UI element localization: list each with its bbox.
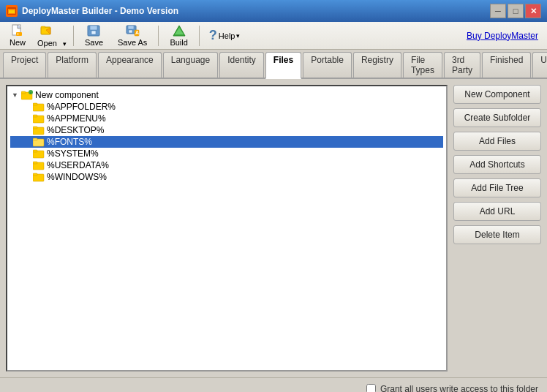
root-folder-icon [21,90,33,100]
title-bar: DeployMaster Builder - Demo Version ─ □ … [0,0,547,22]
tab-appearance[interactable]: Appearance [98,52,162,78]
help-icon: ? [209,28,217,43]
svg-rect-37 [33,173,37,176]
item-label-6: %WINDOWS% [47,172,107,182]
write-access-text: Grant all users write access to this fol… [380,384,538,393]
folder-icon-3 [33,137,45,147]
save-as-button[interactable]: A Save As [111,22,154,49]
title-bar-controls: ─ □ ✕ [490,4,541,18]
item-label-3: %FONTS% [47,137,92,147]
tab-bar: Project Platform Appearance Language Ide… [0,50,547,79]
buy-link[interactable]: Buy DeployMaster [467,31,544,41]
tab-language[interactable]: Language [163,52,218,78]
open-label: Open [37,39,57,48]
add-file-tree-button[interactable]: Add File Tree [453,178,541,197]
toolbar-separator-3 [199,26,200,46]
maximize-button[interactable]: □ [508,4,524,18]
close-button[interactable]: ✕ [525,4,541,18]
svg-rect-12 [91,31,96,34]
window-title: DeployMaster Builder - Demo Version [22,6,178,16]
build-icon [172,24,186,37]
tree-item-1[interactable]: %APPMENU% [10,113,443,124]
save-button[interactable]: Save [78,22,110,49]
add-url-button[interactable]: Add URL [453,202,541,221]
tree-root[interactable]: ▼ New component [10,89,443,101]
tab-update[interactable]: Update [532,52,547,78]
open-dropdown: Open ▾ [34,21,69,50]
help-button[interactable]: ? Help ▾ [204,26,246,45]
save-label: Save [85,38,103,47]
tree-item-4[interactable]: %SYSTEM% [10,148,443,159]
tree-item-0[interactable]: %APPFOLDER% [10,101,443,113]
svg-rect-25 [33,103,37,105]
tree-item-6[interactable]: %WINDOWS% [10,171,443,183]
tab-platform[interactable]: Platform [48,52,97,78]
delete-item-button[interactable]: Delete Item [453,225,541,244]
svg-text:+: + [17,31,19,36]
svg-rect-8 [41,26,45,28]
main-content: ▼ New component %APPFOLDER% [0,79,547,377]
folder-icon-1 [33,113,45,124]
svg-rect-27 [33,115,37,117]
build-label: Build [170,38,187,47]
footer-area: Grant all users write access to this fol… [0,377,547,392]
folder-icon-5 [33,160,45,170]
expand-icon: ▼ [12,91,19,99]
tab-finished[interactable]: Finished [482,52,531,78]
create-subfolder-button[interactable]: Create Subfolder [453,108,541,127]
svg-rect-2 [9,10,15,13]
tab-identity[interactable]: Identity [219,52,264,78]
open-icon [39,23,54,38]
open-dropdown-arrow[interactable]: ▾ [61,21,69,50]
action-panel: New Component Create Subfolder Add Files… [453,85,541,372]
app-icon [6,5,18,17]
add-files-button[interactable]: Add Files [453,132,541,151]
tab-thirdparty[interactable]: 3rd Party [444,52,480,78]
item-label-4: %SYSTEM% [47,148,99,159]
folder-icon-6 [33,172,45,182]
folder-icon-2 [33,125,45,135]
add-shortcuts-button[interactable]: Add Shortcuts [453,155,541,174]
open-button[interactable]: Open [34,21,61,50]
folder-icon-4 [33,148,45,159]
new-label: New [10,38,26,47]
folder-icon-0 [33,102,45,112]
toolbar-separator-2 [158,26,159,46]
root-label: New component [35,90,99,100]
toolbar: + New Open ▾ Save [0,22,547,50]
write-access-checkbox[interactable] [366,384,376,392]
new-icon: + [10,24,25,37]
new-component-button[interactable]: New Component [453,85,541,104]
help-label: Help [219,31,235,40]
item-label-5: %USERDATA% [47,160,109,170]
tab-filetypes[interactable]: File Types [403,52,442,78]
tab-portable[interactable]: Portable [303,52,352,78]
svg-rect-21 [21,91,26,94]
item-label-1: %APPMENU% [47,113,106,124]
svg-rect-35 [33,162,37,164]
item-label-2: %DESKTOP% [47,125,104,135]
save-as-label: Save As [118,38,147,47]
item-label-0: %APPFOLDER% [47,102,116,112]
new-button[interactable]: + New [3,22,32,49]
title-bar-left: DeployMaster Builder - Demo Version [6,5,178,17]
svg-rect-14 [128,26,134,29]
svg-text:A: A [135,30,139,35]
toolbar-separator-1 [73,26,74,46]
build-button[interactable]: Build [163,22,194,49]
write-access-label[interactable]: Grant all users write access to this fol… [366,384,538,393]
svg-rect-33 [33,150,37,152]
file-tree-panel[interactable]: ▼ New component %APPFOLDER% [6,85,448,372]
tree-item-5[interactable]: %USERDATA% [10,159,443,171]
help-dropdown-icon: ▾ [236,32,240,39]
tab-files[interactable]: Files [265,52,301,79]
svg-rect-11 [90,26,97,30]
svg-rect-29 [33,127,37,129]
tab-project[interactable]: Project [3,52,46,78]
tree-item-2[interactable]: %DESKTOP% [10,124,443,136]
svg-rect-15 [129,30,132,33]
save-icon [86,24,101,37]
tab-registry[interactable]: Registry [353,52,401,78]
tree-item-3[interactable]: %FONTS% [10,136,443,148]
minimize-button[interactable]: ─ [490,4,506,18]
